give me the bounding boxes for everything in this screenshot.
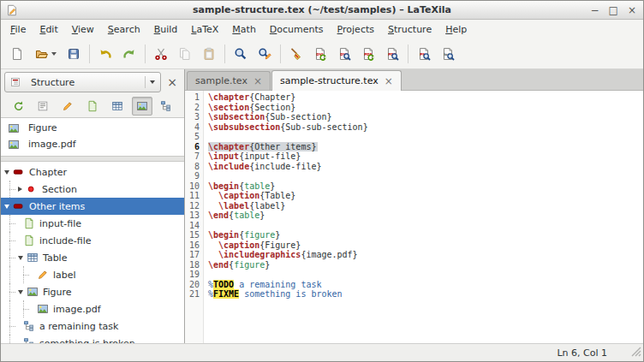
- code-line[interactable]: [208, 221, 643, 231]
- code-line[interactable]: \label{label}: [208, 201, 643, 211]
- expander-icon[interactable]: [18, 256, 23, 260]
- tree-guide-line: [23, 309, 29, 310]
- code-line[interactable]: \begin{figure}: [208, 230, 643, 240]
- resize-grip[interactable]: [630, 346, 641, 359]
- view-dvi-button[interactable]: DVI: [332, 42, 356, 66]
- structure-item-chapter[interactable]: Chapter: [1, 163, 184, 181]
- minimize-button[interactable]: −: [591, 5, 599, 15]
- filter-sections-button[interactable]: [33, 97, 53, 116]
- line-number: 8: [185, 162, 200, 172]
- view-log-button[interactable]: log: [436, 42, 460, 66]
- code-line[interactable]: \end{table}: [208, 211, 643, 221]
- structure-item-section[interactable]: Section: [1, 181, 184, 198]
- menu-projects[interactable]: Projects: [331, 21, 381, 38]
- tab-close-icon[interactable]: ×: [385, 75, 393, 87]
- filter-todos-button[interactable]: [156, 97, 176, 116]
- menu-build[interactable]: Build: [147, 21, 185, 38]
- convert-to-ps-button[interactable]: PS: [412, 42, 436, 66]
- code-line[interactable]: \subsubsection{Sub-sub-section}: [208, 122, 643, 133]
- chapter-icon: [13, 166, 25, 178]
- line-number: 18: [185, 260, 200, 270]
- structure-item-something-is-broken[interactable]: something is broken: [1, 335, 184, 343]
- undo-button[interactable]: [93, 42, 117, 66]
- structure-item-figure[interactable]: Figure: [1, 283, 184, 300]
- figures-list-item-image-pdf[interactable]: image.pdf: [1, 136, 184, 152]
- tree-item-label: Table: [43, 252, 67, 264]
- filter-labels-button[interactable]: [57, 97, 78, 116]
- code-line[interactable]: \caption{Table}: [208, 191, 643, 201]
- filter-files-button[interactable]: [82, 97, 103, 116]
- structure-item-table[interactable]: Table: [1, 249, 184, 266]
- code-line[interactable]: [208, 270, 643, 280]
- tab-close-icon[interactable]: ×: [253, 75, 262, 87]
- code-line[interactable]: \chapter{Other items}: [208, 142, 643, 152]
- expander-icon[interactable]: [4, 170, 9, 175]
- menu-file[interactable]: File: [3, 21, 33, 38]
- tab-sample-tex[interactable]: sample.tex×: [187, 71, 271, 90]
- figures-list-item-figure[interactable]: Figure: [1, 120, 184, 136]
- titlebar[interactable]: sample-structure.tex (~/test/samples) – …: [1, 1, 643, 20]
- code-line[interactable]: [208, 132, 643, 142]
- menu-edit[interactable]: Edit: [33, 21, 64, 38]
- code-line[interactable]: \subsection{Sub-section}: [208, 112, 643, 122]
- menu-structure[interactable]: Structure: [381, 21, 438, 38]
- panel-close-icon[interactable]: ×: [164, 74, 181, 91]
- code-line[interactable]: %FIXME something is broken: [208, 289, 643, 300]
- structure-item-label[interactable]: label: [1, 266, 184, 283]
- view-pdf-button[interactable]: PDF: [380, 42, 404, 66]
- search-and-replace-button[interactable]: [253, 42, 277, 66]
- save-document-button[interactable]: [62, 42, 86, 66]
- cut-button[interactable]: [149, 42, 173, 66]
- tree-item-label: a remaining task: [39, 321, 118, 332]
- code-line[interactable]: \section{Section}: [208, 103, 643, 113]
- line-number: 4: [185, 122, 200, 133]
- expander-icon: [32, 275, 33, 276]
- structure-item-other-items[interactable]: Other items: [1, 198, 184, 215]
- toolbar-separator: [280, 45, 281, 63]
- code-line[interactable]: \end{figure}: [208, 260, 643, 270]
- menu-documents[interactable]: Documents: [263, 21, 331, 38]
- tab-sample-structure-tex[interactable]: sample-structure.tex×: [271, 70, 402, 91]
- code-line[interactable]: \caption{Figure}: [208, 240, 643, 251]
- menu-view[interactable]: View: [65, 21, 101, 38]
- code-line[interactable]: \begin{table}: [208, 181, 643, 192]
- text-editor[interactable]: 123456789101112131415161718192021 \chapt…: [185, 91, 643, 343]
- structure-item-input-file[interactable]: input-file: [1, 215, 184, 232]
- panel-selector[interactable]: Structure: [4, 72, 161, 92]
- code-line[interactable]: \input{input-file}: [208, 151, 643, 162]
- menu-help[interactable]: Help: [438, 21, 474, 38]
- expander-icon[interactable]: [18, 187, 22, 192]
- compile-latex-button[interactable]: DVI: [308, 42, 332, 66]
- code-line[interactable]: [208, 171, 643, 181]
- filter-tables-button[interactable]: [107, 97, 128, 116]
- code-line[interactable]: \includegraphics{image.pdf}: [208, 250, 643, 260]
- structure-item-image-pdf[interactable]: image.pdf: [1, 300, 184, 317]
- code-line[interactable]: \include{include-file}: [208, 162, 643, 172]
- structure-panel-icon: [10, 76, 22, 88]
- code-line[interactable]: \chapter{Chapter}: [208, 92, 643, 103]
- search-button[interactable]: [229, 42, 253, 66]
- menu-math[interactable]: Math: [225, 21, 263, 38]
- new-document-button[interactable]: [5, 42, 29, 66]
- open-document-button[interactable]: [29, 42, 62, 66]
- menu-search[interactable]: Search: [101, 21, 147, 38]
- maximize-button[interactable]: □: [609, 5, 618, 15]
- structure-item-a-remaining-task[interactable]: a remaining task: [1, 317, 184, 335]
- clean-build-files-button[interactable]: [284, 42, 308, 66]
- close-button[interactable]: ×: [628, 5, 636, 15]
- current-line-highlight: \chapter{Other items}: [208, 142, 318, 152]
- redo-button[interactable]: [117, 42, 141, 66]
- structure-item-include-file[interactable]: include-file: [1, 232, 184, 249]
- side-panel: Structure × Figureimage.pdf ChapterSecti…: [1, 69, 185, 343]
- expander-icon[interactable]: [18, 290, 23, 294]
- tree-guide-line: [9, 223, 15, 224]
- filter-figures-button[interactable]: [132, 97, 152, 116]
- code-line[interactable]: %TODO a remaining task: [208, 280, 643, 290]
- menu-latex[interactable]: LaTeX: [184, 21, 225, 38]
- expander-icon[interactable]: [4, 205, 9, 209]
- code-view[interactable]: \chapter{Chapter}\section{Section}\subse…: [204, 91, 643, 343]
- tree-guide-line: [9, 300, 10, 317]
- tab-label: sample.tex: [195, 75, 247, 86]
- refresh-button[interactable]: [8, 97, 28, 116]
- compile-pdflatex-button[interactable]: PDF: [356, 42, 380, 66]
